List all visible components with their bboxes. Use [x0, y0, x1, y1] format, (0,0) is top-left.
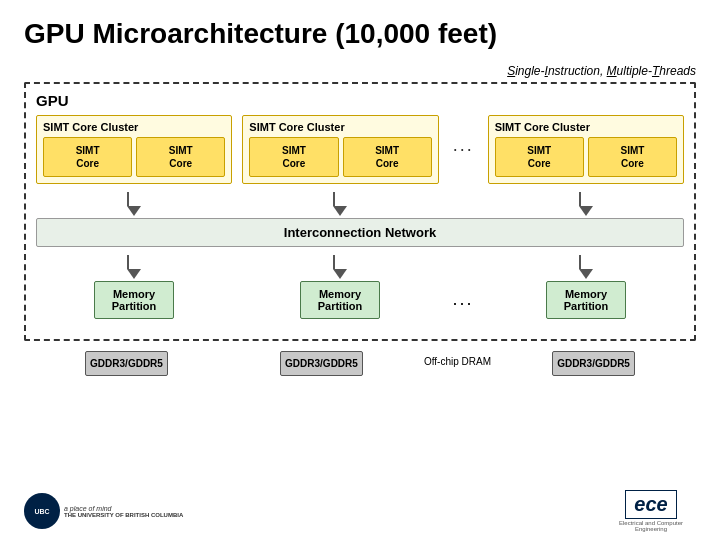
arrows-to-interconnect: [36, 192, 684, 216]
gddr-row: GDDR3/GDDR5 GDDR3/GDDR5 Off-chip DRAM GD…: [24, 347, 696, 376]
ece-logo-container: ece Electrical and Computer Engineering: [606, 490, 696, 532]
gddr-box-1: GDDR3/GDDR5: [85, 351, 168, 376]
gpu-label: GPU: [36, 92, 684, 109]
cluster-2-title: SIMT Core Cluster: [249, 121, 431, 133]
memory-row: MemoryPartition MemoryPartition ··· Memo…: [36, 281, 684, 325]
ece-logo-box: ece: [625, 490, 676, 519]
ubc-logo: UBC a place of mind THE UNIVERSITY OF BR…: [24, 493, 183, 529]
arrow-down-mem-2: [333, 255, 347, 279]
memory-partition-2: MemoryPartition: [300, 281, 380, 319]
gddr-box-2: GDDR3/GDDR5: [280, 351, 363, 376]
core-1-2: SIMTCore: [136, 137, 225, 177]
core-2-1: SIMTCore: [249, 137, 338, 177]
cluster-1-cores: SIMTCore SIMTCore: [43, 137, 225, 177]
svg-text:UBC: UBC: [34, 508, 49, 515]
gddr-off-chip-label: Off-chip DRAM: [424, 356, 491, 367]
gpu-box: GPU SIMT Core Cluster SIMTCore SIMTCore …: [24, 82, 696, 341]
interconnect-box: Interconnection Network: [36, 218, 684, 247]
page-title: GPU Microarchitecture (10,000 feet): [24, 18, 696, 50]
ubc-mind-text: a place of mind: [64, 505, 183, 512]
ubc-crest: UBC: [24, 493, 60, 529]
cluster-3-cores: SIMTCore SIMTCore: [495, 137, 677, 177]
cluster-2-cores: SIMTCore SIMTCore: [249, 137, 431, 177]
footer: UBC a place of mind THE UNIVERSITY OF BR…: [24, 490, 696, 532]
simt-label: Single-Instruction, Multiple-Threads: [24, 64, 696, 78]
cluster-dots: ···: [449, 139, 478, 160]
memory-partition-3: MemoryPartition: [546, 281, 626, 319]
arrow-down-2: [333, 192, 347, 216]
core-3-1: SIMTCore: [495, 137, 584, 177]
cluster-2: SIMT Core Cluster SIMTCore SIMTCore: [242, 115, 438, 184]
arrow-down-3: [579, 192, 593, 216]
core-2-2: SIMTCore: [343, 137, 432, 177]
page: GPU Microarchitecture (10,000 feet) Sing…: [0, 0, 720, 540]
memory-partition-1: MemoryPartition: [94, 281, 174, 319]
memory-dots: ···: [448, 293, 478, 314]
ece-sublabel: Electrical and Computer Engineering: [606, 520, 696, 532]
cluster-3-title: SIMT Core Cluster: [495, 121, 677, 133]
arrow-down-1: [127, 192, 141, 216]
ece-logo-label: ece: [634, 493, 667, 515]
ubc-university-text: THE UNIVERSITY OF BRITISH COLUMBIA: [64, 512, 183, 518]
core-3-2: SIMTCore: [588, 137, 677, 177]
cluster-3: SIMT Core Cluster SIMTCore SIMTCore: [488, 115, 684, 184]
gddr-box-3: GDDR3/GDDR5: [552, 351, 635, 376]
cluster-1: SIMT Core Cluster SIMTCore SIMTCore: [36, 115, 232, 184]
core-1-1: SIMTCore: [43, 137, 132, 177]
arrow-down-mem-3: [579, 255, 593, 279]
clusters-row: SIMT Core Cluster SIMTCore SIMTCore SIMT…: [36, 115, 684, 184]
arrow-down-mem-1: [127, 255, 141, 279]
arrows-to-memory: [36, 255, 684, 279]
cluster-1-title: SIMT Core Cluster: [43, 121, 225, 133]
